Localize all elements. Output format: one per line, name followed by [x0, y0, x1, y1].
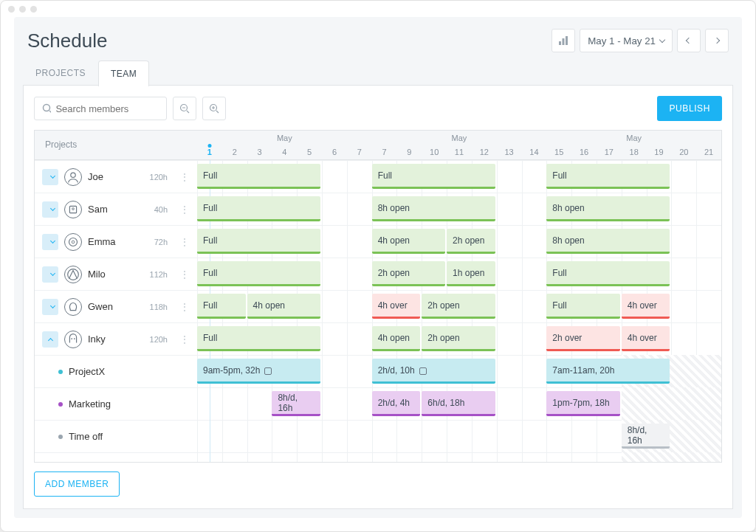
day-number: 13: [497, 148, 522, 156]
row-menu-button[interactable]: ⋮: [179, 204, 190, 215]
schedule-bar[interactable]: 6h/d, 18h: [422, 391, 495, 416]
schedule-bar[interactable]: 2h open: [422, 294, 495, 319]
avatar-icon: [64, 331, 82, 348]
member-name: Emma: [88, 236, 116, 247]
member-name: Inky: [88, 334, 106, 345]
project-name: ProjectX: [69, 366, 105, 377]
svg-line-4: [49, 111, 51, 113]
schedule-bar[interactable]: Full: [372, 164, 495, 189]
row-menu-button[interactable]: ⋮: [179, 302, 190, 312]
schedule-bar[interactable]: 4h open: [372, 229, 445, 254]
day-header: 13: [497, 131, 522, 160]
chevron-icon: [49, 173, 55, 179]
schedule-bar[interactable]: 2h/d, 4h: [372, 391, 421, 416]
schedule-bar[interactable]: 8h open: [546, 229, 670, 254]
note-icon: [264, 367, 272, 375]
chevron-down-icon: [659, 37, 665, 43]
svg-point-19: [74, 338, 75, 339]
tab-team[interactable]: TEAM: [98, 61, 149, 86]
date-range-picker[interactable]: May 1 - May 21: [580, 29, 673, 52]
day-header: 16: [571, 131, 597, 160]
add-project-row[interactable]: + Project: [35, 452, 197, 463]
expand-toggle[interactable]: [42, 331, 58, 348]
day-number: 9: [396, 148, 422, 156]
svg-point-14: [72, 207, 75, 210]
tab-projects[interactable]: PROJECTS: [23, 60, 98, 86]
add-member-button[interactable]: ADD MEMBER: [34, 471, 120, 497]
bar-chart-icon: [558, 35, 568, 46]
project-row: Marketing: [35, 387, 197, 420]
schedule-bar[interactable]: 2h open: [422, 326, 495, 351]
day-header: 10: [422, 131, 447, 160]
schedule-bar[interactable]: 8h/d, 16h: [272, 391, 320, 416]
schedule-bar[interactable]: 1h open: [447, 261, 495, 286]
schedule-bar[interactable]: Full: [197, 164, 320, 189]
schedule-bar[interactable]: 4h over: [372, 294, 421, 319]
svg-rect-1: [563, 38, 565, 45]
row-menu-button[interactable]: ⋮: [179, 269, 190, 280]
expand-toggle[interactable]: [42, 201, 58, 218]
row-canvas: [197, 452, 721, 463]
tabs: PROJECTS TEAM: [14, 60, 742, 86]
chart-view-button[interactable]: [551, 29, 575, 52]
svg-point-16: [72, 241, 75, 243]
day-number: 20: [671, 148, 696, 156]
row-menu-button[interactable]: ⋮: [179, 237, 190, 247]
publish-button[interactable]: PUBLISH: [657, 96, 722, 121]
day-number: 17: [597, 148, 622, 156]
schedule-bar[interactable]: Full: [197, 229, 320, 254]
row-menu-button[interactable]: ⋮: [179, 172, 190, 182]
schedule-bar[interactable]: 2h open: [447, 229, 495, 254]
schedule-bar[interactable]: 8h/d, 16h: [622, 424, 670, 449]
day-number: 6: [322, 148, 347, 156]
schedule-bar[interactable]: Full: [197, 294, 246, 319]
row-menu-button[interactable]: ⋮: [179, 334, 190, 345]
schedule-bar[interactable]: 1pm-7pm, 18h: [546, 391, 619, 416]
member-row: Emma 72h ⋮: [35, 225, 197, 258]
note-icon: [419, 367, 427, 375]
expand-toggle[interactable]: [42, 299, 58, 315]
day-number: 18: [622, 148, 647, 156]
day-header: 5: [297, 131, 322, 160]
schedule-bar[interactable]: 2h/d, 10h: [372, 359, 495, 384]
schedule-bar[interactable]: 2h over: [546, 326, 619, 351]
day-header: 9: [396, 131, 422, 160]
day-header: May 18: [622, 131, 647, 160]
expand-toggle[interactable]: [42, 234, 58, 250]
schedule-bar[interactable]: 4h open: [372, 326, 421, 351]
schedule-bar[interactable]: 7am-11am, 20h: [546, 359, 670, 384]
schedule-bar[interactable]: 8h open: [546, 196, 670, 221]
zoom-out-button[interactable]: [173, 97, 196, 120]
day-header: 2: [222, 131, 247, 160]
schedule-bar[interactable]: 4h open: [247, 294, 320, 319]
expand-toggle[interactable]: [42, 266, 58, 283]
project-bullet-icon: [58, 402, 63, 407]
prev-range-button[interactable]: [677, 29, 701, 52]
schedule-bar[interactable]: 4h over: [622, 294, 670, 319]
schedule-bar[interactable]: Full: [197, 326, 320, 351]
member-name: Gwen: [88, 301, 113, 312]
schedule-bar[interactable]: 9am-5pm, 32h: [197, 359, 320, 384]
schedule-bar[interactable]: Full: [546, 261, 670, 286]
day-number: 21: [696, 148, 721, 156]
row-canvas: Full4h open2h open8h open: [197, 225, 721, 258]
next-range-button[interactable]: [705, 29, 729, 52]
day-header: 15: [546, 131, 571, 160]
member-row: Inky 120h ⋮: [35, 322, 197, 355]
member-row: Sam 40h ⋮: [35, 193, 197, 225]
projects-column-header: Projects: [35, 131, 197, 160]
day-number: 12: [472, 148, 497, 156]
search-input[interactable]: [55, 103, 159, 114]
schedule-bar[interactable]: Full: [546, 294, 619, 319]
schedule-bar[interactable]: 2h open: [372, 261, 445, 286]
row-canvas: Full4h open2h open2h over4h over: [197, 322, 721, 355]
expand-toggle[interactable]: [42, 169, 58, 185]
schedule-bar[interactable]: Full: [546, 164, 670, 189]
window-dot: [8, 6, 15, 13]
schedule-bar[interactable]: Full: [197, 196, 320, 221]
zoom-in-button[interactable]: [202, 97, 226, 120]
day-number: 16: [571, 148, 597, 156]
schedule-bar[interactable]: 4h over: [622, 326, 670, 351]
schedule-bar[interactable]: 8h open: [372, 196, 495, 221]
schedule-bar[interactable]: Full: [197, 261, 320, 286]
